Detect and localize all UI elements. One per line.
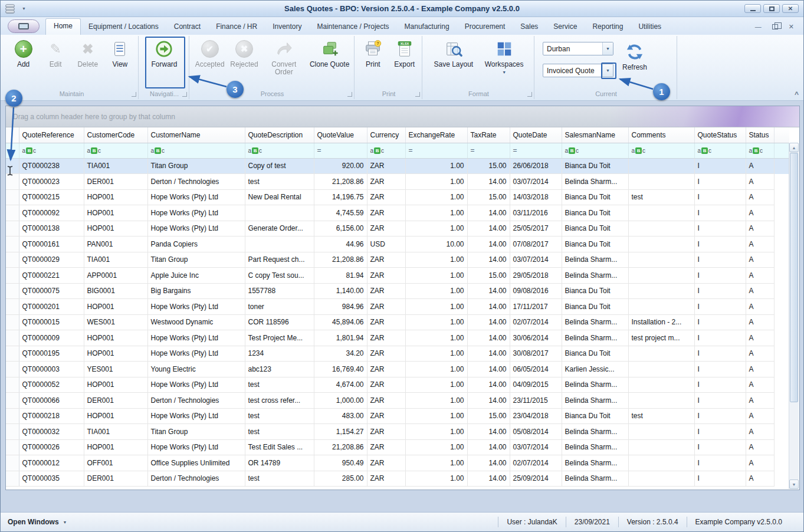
cell-currency[interactable]: USD (367, 237, 405, 252)
cell-quotedescription[interactable] (245, 205, 314, 221)
cell-currency[interactable]: ZAR (367, 189, 405, 205)
cell-customercode[interactable]: HOP001 (84, 408, 147, 424)
filter-cell-comments[interactable]: aBc (628, 143, 694, 158)
mdi-close-icon[interactable]: ✕ (789, 24, 794, 30)
cell-quotereference[interactable]: QT0000035 (19, 471, 84, 487)
cell-taxrate[interactable]: 14.00 (467, 252, 510, 268)
cell-taxrate[interactable]: 14.00 (467, 221, 510, 237)
cell-status[interactable]: A (746, 205, 774, 221)
cell-quotereference[interactable]: QT0000195 (19, 346, 84, 362)
cell-status[interactable]: A (746, 362, 774, 377)
cell-quotereference[interactable]: QT0000009 (19, 330, 84, 346)
filter-cell-quotedescription[interactable]: aBc (245, 143, 314, 158)
cell-quotestatus[interactable]: I (694, 237, 746, 252)
cell-quotevalue[interactable]: 1,801.94 (314, 330, 367, 346)
quote-row-QT0000032[interactable]: QT0000032TIA001Titan Grouptest1,154.27ZA… (6, 424, 789, 440)
cell-currency[interactable]: ZAR (367, 174, 405, 190)
row-indicator[interactable] (6, 393, 19, 409)
cell-taxrate[interactable]: 14.00 (467, 455, 510, 471)
cell-currency[interactable]: ZAR (367, 362, 405, 377)
tab-equipment-locations[interactable]: Equipment / Locations (81, 19, 166, 35)
cell-quotestatus[interactable]: I (694, 362, 746, 377)
cell-salesmanname[interactable]: Belinda Sharm... (562, 424, 628, 440)
cell-quotedescription[interactable]: 1557788 (245, 283, 314, 299)
cell-quotestatus[interactable]: I (694, 268, 746, 284)
cell-exchangerate[interactable]: 1.00 (405, 268, 467, 284)
cell-customercode[interactable]: DER001 (84, 471, 147, 487)
cell-quotevalue[interactable]: 34.20 (314, 346, 367, 362)
mdi-minimize-icon[interactable]: — (755, 24, 762, 30)
cell-quotevalue[interactable]: 483.00 (314, 408, 367, 424)
filter-cell-taxrate[interactable]: = (467, 143, 510, 158)
quote-row-QT0000218[interactable]: QT0000218HOP001Hope Works (Pty) Ltdtest4… (6, 408, 789, 424)
column-header-quotereference[interactable]: QuoteReference (19, 127, 84, 143)
cell-quotestatus[interactable]: I (694, 439, 746, 455)
cell-customercode[interactable]: DER001 (84, 174, 147, 190)
cell-exchangerate[interactable]: 1.00 (405, 283, 467, 299)
quote-row-QT0000029[interactable]: QT0000029TIA001Titan GroupPart Request c… (6, 252, 789, 268)
cell-quotedate[interactable]: 03/11/2016 (510, 205, 562, 221)
filter-cell-customername[interactable]: aBc (147, 143, 245, 158)
cell-taxrate[interactable]: 14.00 (467, 439, 510, 455)
cell-quotevalue[interactable]: 6,156.00 (314, 221, 367, 237)
cell-exchangerate[interactable]: 1.00 (405, 471, 467, 487)
cell-quotestatus[interactable]: I (694, 189, 746, 205)
cell-salesmanname[interactable]: Belinda Sharm... (562, 439, 628, 455)
tab-inventory[interactable]: Inventory (265, 19, 309, 35)
cell-status[interactable]: A (746, 299, 774, 315)
cell-quotedate[interactable]: 09/08/2016 (510, 283, 562, 299)
cell-quotedate[interactable]: 05/08/2014 (510, 424, 562, 440)
filter-cell-exchangerate[interactable]: = (405, 143, 467, 158)
cell-exchangerate[interactable]: 1.00 (405, 393, 467, 409)
cell-customername[interactable]: Titan Group (147, 424, 245, 440)
cell-quotedate[interactable]: 23/04/2018 (510, 408, 562, 424)
group-launcher-icon[interactable] (415, 92, 420, 97)
cell-quotedescription[interactable]: Test Project Me... (245, 330, 314, 346)
cell-salesmanname[interactable]: Belinda Sharm... (562, 471, 628, 487)
cell-comments[interactable] (628, 237, 694, 252)
cell-customername[interactable]: Hope Works (Pty) Ltd (147, 377, 245, 393)
cell-currency[interactable]: ZAR (367, 268, 405, 284)
clone-quote-button[interactable]: Clone Quote (307, 37, 352, 88)
cell-exchangerate[interactable]: 1.00 (405, 362, 467, 377)
cell-quotereference[interactable]: QT0000023 (19, 174, 84, 190)
cell-quotedate[interactable]: 03/07/2014 (510, 439, 562, 455)
cell-quotedescription[interactable]: test (245, 408, 314, 424)
cell-status[interactable]: A (746, 174, 774, 190)
cell-taxrate[interactable]: 14.00 (467, 346, 510, 362)
cell-quotestatus[interactable]: I (694, 346, 746, 362)
site-combobox[interactable]: Durban ▼ (543, 42, 613, 55)
tab-reporting[interactable]: Reporting (585, 19, 631, 35)
cell-comments[interactable] (628, 221, 694, 237)
cell-quotestatus[interactable]: I (694, 252, 746, 268)
cell-quotevalue[interactable]: 81.94 (314, 268, 367, 284)
cell-status[interactable]: A (746, 346, 774, 362)
cell-exchangerate[interactable]: 1.00 (405, 158, 467, 174)
cell-salesmanname[interactable]: Belinda Sharm... (562, 393, 628, 409)
quote-row-QT0000009[interactable]: QT0000009HOP001Hope Works (Pty) LtdTest … (6, 330, 789, 346)
row-indicator[interactable] (6, 268, 19, 284)
filter-cell-quotestatus[interactable]: aBc (694, 143, 746, 158)
export-button[interactable]: XLSXExport (389, 37, 420, 88)
cell-taxrate[interactable]: 14.00 (467, 377, 510, 393)
filter-cell-salesmanname[interactable]: aBc (562, 143, 628, 158)
cell-currency[interactable]: ZAR (367, 455, 405, 471)
cell-quotereference[interactable]: QT0000032 (19, 424, 84, 440)
cell-quotedescription[interactable]: OR 14789 (245, 455, 314, 471)
quote-type-combobox-arrow-icon[interactable]: ▼ (602, 64, 613, 77)
cell-status[interactable]: A (746, 330, 774, 346)
cell-currency[interactable]: ZAR (367, 283, 405, 299)
row-indicator[interactable] (6, 314, 19, 330)
cell-taxrate[interactable]: 14.00 (467, 283, 510, 299)
cell-exchangerate[interactable]: 1.00 (405, 346, 467, 362)
quote-row-QT0000195[interactable]: QT0000195HOP001Hope Works (Pty) Ltd12343… (6, 346, 789, 362)
minimize-button[interactable] (744, 4, 761, 13)
cell-quotereference[interactable]: QT0000066 (19, 393, 84, 409)
row-indicator[interactable] (6, 424, 19, 440)
cell-exchangerate[interactable]: 1.00 (405, 252, 467, 268)
cell-comments[interactable] (628, 471, 694, 487)
cell-comments[interactable] (628, 439, 694, 455)
group-launcher-icon[interactable] (132, 92, 136, 97)
cell-taxrate[interactable]: 14.00 (467, 314, 510, 330)
scrollbar-thumb[interactable] (790, 153, 798, 402)
